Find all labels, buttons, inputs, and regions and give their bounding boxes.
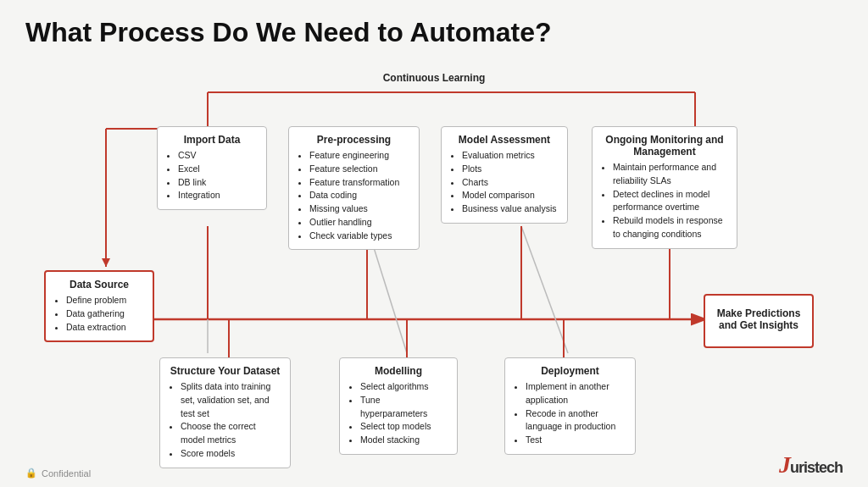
data-source-title: Data Source [54, 279, 144, 291]
make-predictions-box: Make Predictions and Get Insights [704, 294, 814, 348]
make-predictions-title: Make Predictions and Get Insights [714, 307, 804, 331]
model-assessment-title: Model Assessment [450, 134, 559, 146]
svg-line-10 [521, 226, 568, 353]
footer: 🔒 Confidential [25, 468, 91, 479]
deployment-list: Implement in another application Recode … [514, 380, 626, 447]
continuous-label: Continuous Learning [383, 72, 486, 84]
structure-dataset-box: Structure Your Dataset Splits data into … [159, 357, 291, 468]
page-title: What Process Do We Need to Automate? [25, 17, 843, 48]
data-source-box: Data Source Define problem Data gatherin… [44, 270, 154, 342]
structure-dataset-list: Splits data into training set, validatio… [169, 380, 281, 461]
slide: What Process Do We Need to Automate? [0, 0, 868, 487]
model-assessment-list: Evaluation metrics Plots Charts Model co… [450, 149, 559, 216]
preprocessing-list: Feature engineering Feature selection Fe… [298, 149, 410, 242]
preprocessing-title: Pre-processing [298, 134, 410, 146]
deployment-title: Deployment [514, 365, 626, 377]
diagram-area: Continuous Learning Import Data CSV Exce… [25, 57, 843, 455]
ongoing-monitoring-box: Ongoing Monitoring and Management Mainta… [592, 126, 737, 249]
preprocessing-box: Pre-processing Feature engineering Featu… [288, 126, 420, 250]
structure-dataset-title: Structure Your Dataset [169, 365, 281, 377]
model-assessment-box: Model Assessment Evaluation metrics Plot… [441, 126, 568, 224]
import-data-list: CSV Excel DB link Integration [166, 149, 258, 202]
ongoing-monitoring-list: Maintain performance and reliability SLA… [601, 161, 728, 241]
data-source-list: Define problem Data gathering Data extra… [54, 294, 144, 334]
deployment-box: Deployment Implement in another applicat… [504, 357, 636, 455]
logo: Juristech [779, 451, 843, 479]
modelling-box: Modelling Select algorithms Tune hyperpa… [339, 357, 458, 455]
modelling-list: Select algorithms Tune hyperparameters S… [348, 380, 448, 447]
ongoing-monitoring-title: Ongoing Monitoring and Management [601, 134, 728, 158]
modelling-title: Modelling [348, 365, 448, 377]
import-data-box: Import Data CSV Excel DB link Integratio… [157, 126, 267, 210]
svg-marker-4 [102, 258, 110, 267]
confidential-label: Confidential [42, 468, 91, 479]
lock-icon: 🔒 [25, 468, 37, 479]
logo-text: Juristech [779, 456, 843, 477]
import-data-title: Import Data [166, 134, 258, 146]
